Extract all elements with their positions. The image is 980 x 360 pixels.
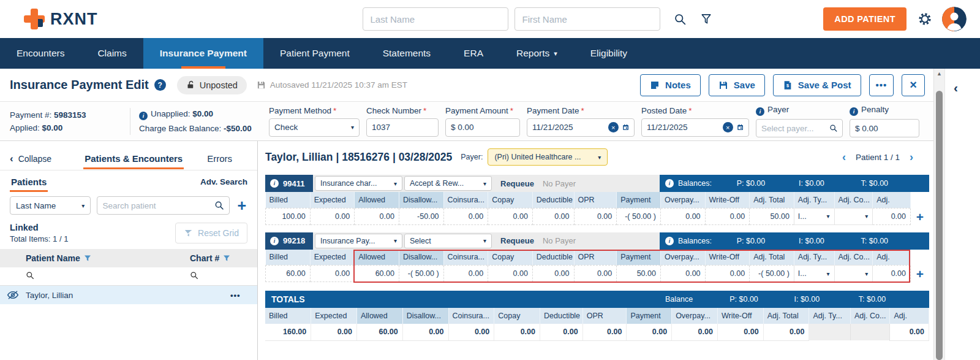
expand-panel-chevron[interactable]: ‹ — [954, 81, 958, 94]
tab-patients-encounters[interactable]: Patients & Encounters — [83, 148, 184, 169]
search-icon[interactable] — [674, 13, 687, 26]
last-name-search-input[interactable] — [363, 7, 508, 31]
adjustment-select-cell[interactable]: I...▾ — [794, 208, 834, 224]
patient-search-input[interactable] — [102, 201, 211, 210]
search-field-select[interactable]: Last Name ▾ — [10, 196, 91, 215]
vertical-scrollbar[interactable]: ▲ — [933, 69, 944, 360]
amount-cell[interactable]: 0.00 — [355, 208, 399, 224]
amount-cell[interactable]: 0.00 — [488, 208, 533, 224]
amount-cell[interactable]: 0.00 — [873, 266, 911, 282]
amount-cell[interactable]: 0.00 — [873, 208, 911, 224]
gear-icon[interactable] — [918, 12, 932, 26]
nav-tab-claims[interactable]: Claims — [81, 38, 143, 69]
payer-search-input[interactable] — [761, 124, 826, 133]
nav-tab-reports[interactable]: Reports▾ — [500, 38, 574, 69]
amount-cell[interactable]: 0.00 — [574, 266, 617, 282]
amount-cell[interactable]: 0.00 — [705, 208, 750, 224]
filter-icon[interactable] — [84, 255, 91, 262]
amount-cell[interactable]: 0.00 — [310, 266, 355, 282]
user-avatar[interactable] — [942, 7, 967, 31]
check-number-input[interactable] — [372, 123, 433, 132]
clear-date-icon[interactable]: × — [608, 122, 619, 132]
amount-cell[interactable]: -( 50.00 ) — [617, 208, 661, 224]
patients-section-label[interactable]: Patients — [10, 172, 48, 192]
calendar-icon[interactable] — [737, 123, 744, 132]
amount-cell[interactable]: 0.00 — [310, 208, 355, 224]
payment-method-select[interactable]: Check ▾ — [269, 118, 360, 137]
amount-cell[interactable]: 0.00 — [443, 208, 488, 224]
row-actions-button[interactable]: ••• — [230, 291, 257, 300]
patient-row[interactable]: Taylor, Lillian ••• — [0, 286, 257, 304]
info-icon[interactable]: i — [270, 179, 279, 188]
adjustment-select-cell[interactable]: I...▾ — [794, 266, 834, 282]
amount-cell[interactable]: 50.00 — [617, 266, 661, 282]
more-actions-button[interactable]: ••• — [869, 74, 894, 96]
info-icon[interactable]: i — [850, 107, 858, 116]
info-icon[interactable]: i — [270, 237, 279, 245]
amount-cell[interactable]: -( 50.00 ) — [399, 266, 443, 282]
clear-date-icon[interactable]: × — [723, 122, 733, 132]
amount-cell[interactable]: -50.00 — [399, 208, 443, 224]
name-filter-input[interactable] — [26, 271, 190, 282]
action-select[interactable]: Select▾ — [404, 234, 492, 248]
tab-errors[interactable]: Errors — [206, 148, 233, 169]
eye-off-icon[interactable] — [0, 290, 26, 300]
adjustment-select-cell[interactable]: ▾ — [834, 208, 873, 224]
payment-amount-input[interactable] — [451, 123, 514, 132]
info-icon[interactable]: i — [665, 179, 674, 188]
penalty-input[interactable] — [855, 124, 914, 133]
close-button[interactable]: × — [902, 74, 925, 96]
previous-patient-button[interactable]: ‹ — [842, 151, 846, 163]
amount-cell[interactable]: 50.00 — [750, 208, 794, 224]
nav-tab-era[interactable]: ERA — [447, 38, 500, 69]
add-patient-button[interactable]: ADD PATIENT — [823, 7, 907, 31]
next-patient-button[interactable]: › — [910, 151, 913, 163]
posted-date-input[interactable] — [647, 123, 719, 132]
chart-filter-input[interactable] — [190, 271, 257, 282]
column-header-chart[interactable]: Chart # — [190, 253, 257, 263]
save-and-post-button[interactable]: $ Save & Post — [773, 74, 861, 96]
adjustment-select-cell[interactable]: ▾ — [834, 266, 873, 282]
search-icon[interactable] — [214, 201, 224, 210]
collapse-sidebar-button[interactable]: ‹ Collapse — [10, 153, 51, 164]
amount-cell[interactable]: 0.00 — [705, 266, 750, 282]
add-patient-link-button[interactable]: + — [236, 198, 247, 213]
payment-type-select[interactable]: Insurance Pay...▾ — [315, 234, 402, 248]
calendar-icon[interactable] — [622, 123, 629, 132]
amount-cell[interactable]: 0.00 — [532, 208, 574, 224]
amount-cell[interactable]: 0.00 — [660, 266, 705, 282]
action-select[interactable]: Accept & Rew...▾ — [404, 176, 492, 191]
info-icon[interactable]: i — [139, 112, 148, 120]
scrollbar-thumb[interactable] — [936, 91, 943, 360]
notes-button[interactable]: Notes — [640, 74, 701, 96]
save-button[interactable]: Save — [709, 74, 765, 96]
info-icon[interactable]: i — [665, 237, 674, 245]
filter-icon[interactable] — [223, 255, 230, 262]
amount-cell[interactable]: 0.00 — [532, 266, 574, 282]
search-icon[interactable] — [829, 123, 837, 133]
scroll-up-arrow[interactable]: ▲ — [934, 71, 944, 77]
amount-cell[interactable]: 100.00 — [266, 208, 311, 224]
nav-tab-insurance-payment[interactable]: Insurance Payment — [143, 38, 263, 69]
payment-date-input[interactable] — [532, 123, 605, 132]
advanced-search-link[interactable]: Adv. Search — [200, 177, 247, 186]
amount-cell[interactable]: 60.00 — [355, 266, 399, 282]
add-adjustment-button[interactable]: + — [916, 209, 924, 225]
nav-tab-statements[interactable]: Statements — [366, 38, 447, 69]
reset-grid-button[interactable]: Reset Grid — [175, 223, 247, 243]
nav-tab-eligibility[interactable]: Eligibility — [574, 38, 644, 69]
amount-cell[interactable]: 60.00 — [266, 266, 311, 282]
amount-cell[interactable]: 0.00 — [574, 208, 617, 224]
filter-icon[interactable] — [700, 13, 712, 25]
info-icon[interactable]: i — [756, 107, 764, 116]
nav-tab-patient-payment[interactable]: Patient Payment — [263, 38, 366, 69]
amount-cell[interactable]: 0.00 — [488, 266, 533, 282]
first-name-search-input[interactable] — [514, 7, 660, 31]
column-header-patient-name[interactable]: Patient Name — [26, 253, 190, 263]
amount-cell[interactable]: -( 50.00 ) — [750, 266, 794, 282]
help-icon[interactable]: ? — [154, 79, 166, 91]
amount-cell[interactable]: 0.00 — [660, 208, 705, 224]
payment-type-select[interactable]: Insurance char...▾ — [315, 176, 402, 191]
add-adjustment-button[interactable]: + — [916, 266, 924, 282]
nav-tab-encounters[interactable]: Encounters — [0, 38, 81, 69]
